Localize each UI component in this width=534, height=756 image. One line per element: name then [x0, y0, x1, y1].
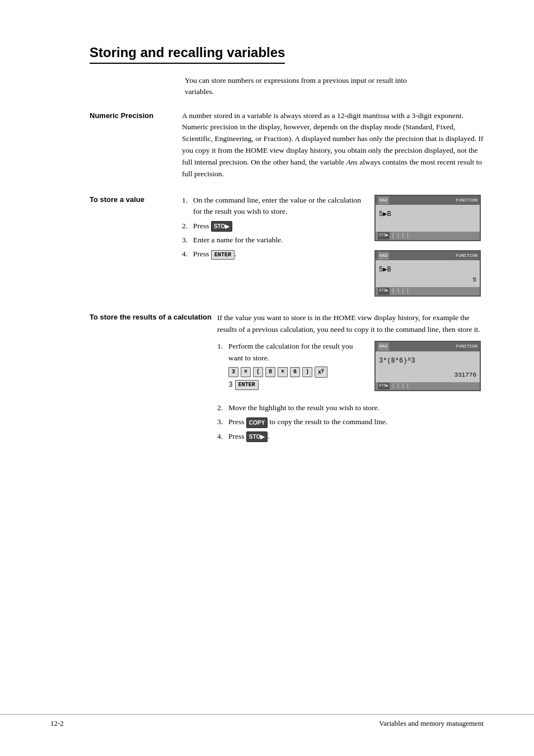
page-footer: 12-2 Variables and memory management [0, 714, 534, 728]
store-results-screen: RAD FUNCTION 3*(8*6)^3 331776 STO▶ │ │ │ [374, 341, 484, 396]
store-value-screens: RAD FUNCTION 5▶B STO▶ │ │ │ │ [374, 195, 484, 301]
sto-key-1: STO▶ [211, 221, 232, 232]
calc-expr-1: 5▶B [379, 209, 476, 220]
store-results-content: If the value you want to store is in the… [217, 312, 484, 445]
store-value-label: To store a value [90, 195, 182, 301]
numeric-precision-body: A number stored in a variable is always … [182, 110, 484, 181]
store-results-step3: 3. Press COPY to copy the result to the … [217, 416, 484, 428]
calc-screen-1: RAD FUNCTION 5▶B STO▶ │ │ │ │ [374, 195, 481, 241]
store-results-steps-2-4: 2. Move the highlight to the result you … [217, 402, 484, 442]
store-results-label: To store the results of a calculation [90, 312, 217, 445]
calc-footer-3: STO▶ │ │ │ │ [376, 382, 480, 390]
store-results-step2: 2. Move the highlight to the result you … [217, 402, 484, 414]
store-results-step1: 1. Perform the calculation for the resul… [217, 341, 366, 364]
calc-screen-3: RAD FUNCTION 3*(8*6)^3 331776 STO▶ │ │ │ [374, 341, 481, 391]
step-4: 4. Press ENTER. [182, 248, 366, 260]
calc-header-1: RAD FUNCTION [376, 196, 480, 205]
calc-key-rows: 3 × ( 8 × 6 ) xy 3 ENTER [228, 367, 366, 391]
key-row-2: 3 ENTER [228, 379, 366, 391]
copy-key: COPY [246, 417, 268, 428]
enter-key-1: ENTER [211, 250, 235, 260]
calc-body-2: 5▶B 5 [376, 260, 480, 287]
store-results-section: To store the results of a calculation If… [90, 312, 484, 445]
store-results-intro: If the value you want to store is in the… [217, 312, 484, 336]
store-value-section: To store a value 1. On the command line,… [90, 195, 484, 301]
calc-result-3: 331776 [454, 370, 476, 380]
footer-chapter: Variables and memory management [379, 719, 484, 728]
calc-body-3: 3*(8*6)^3 331776 [376, 351, 480, 382]
intro-text: You can store numbers or expressions fro… [185, 75, 431, 98]
calc-expr-2: 5▶B [379, 265, 476, 275]
numeric-precision-content: A number stored in a variable is always … [182, 110, 484, 184]
step-3: 3. Enter a name for the variable. [182, 234, 366, 246]
calc-screen-2: RAD FUNCTION 5▶B 5 STO▶ │ │ │ │ [374, 250, 481, 297]
store-results-left: 1. Perform the calculation for the resul… [217, 341, 366, 396]
sto-key-2: STO▶ [246, 431, 268, 442]
calc-result-2: 5 [472, 275, 476, 285]
page-title: Storing and recalling variables [90, 45, 285, 64]
calc-expr-3: 3*(8*6)^3 [379, 356, 476, 367]
store-value-two-col: 1. On the command line, enter the value … [182, 195, 484, 301]
store-value-content: 1. On the command line, enter the value … [182, 195, 484, 301]
calc-footer-1: STO▶ │ │ │ │ [376, 232, 480, 240]
calc-body-1: 5▶B [376, 205, 480, 232]
numeric-precision-section: Numeric Precision A number stored in a v… [90, 110, 484, 184]
numeric-precision-label: Numeric Precision [90, 110, 182, 184]
store-results-step1-area: 1. Perform the calculation for the resul… [217, 341, 484, 396]
step-2: 2. Press STO▶ [182, 220, 366, 232]
page: Storing and recalling variables You can … [0, 0, 534, 756]
step-1: 1. On the command line, enter the value … [182, 195, 366, 218]
key-row-1: 3 × ( 8 × 6 ) xy [228, 367, 366, 378]
footer-page-number: 12-2 [50, 719, 64, 728]
store-value-steps: 1. On the command line, enter the value … [182, 195, 366, 262]
calc-footer-2: STO▶ │ │ │ │ [376, 287, 480, 295]
store-results-step4: 4. Press STO▶. [217, 431, 484, 442]
calc-header-3: RAD FUNCTION [376, 342, 480, 351]
calc-header-2: RAD FUNCTION [376, 251, 480, 260]
